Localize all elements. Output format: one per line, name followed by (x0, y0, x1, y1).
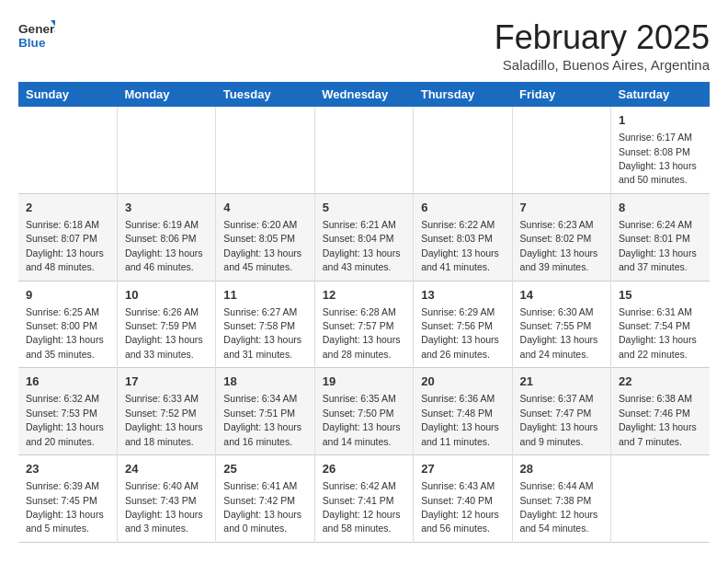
day-cell: 12Sunrise: 6:28 AM Sunset: 7:57 PM Dayli… (314, 281, 413, 368)
day-number: 22 (619, 373, 702, 390)
col-header-tuesday: Tuesday (216, 82, 314, 107)
day-number: 12 (323, 287, 405, 304)
day-info: Sunrise: 6:33 AM Sunset: 7:52 PM Dayligh… (125, 393, 203, 446)
day-number: 4 (223, 200, 306, 216)
day-cell: 10Sunrise: 6:26 AM Sunset: 7:59 PM Dayli… (117, 281, 215, 368)
day-cell: 15Sunrise: 6:31 AM Sunset: 7:54 PM Dayli… (611, 281, 710, 368)
day-cell: 23Sunrise: 6:39 AM Sunset: 7:45 PM Dayli… (18, 455, 117, 543)
day-cell (216, 107, 314, 193)
location-subtitle: Saladillo, Buenos Aires, Argentina (495, 57, 710, 73)
day-info: Sunrise: 6:23 AM Sunset: 8:02 PM Dayligh… (520, 219, 598, 272)
day-number: 26 (323, 461, 405, 477)
day-cell: 25Sunrise: 6:41 AM Sunset: 7:42 PM Dayli… (216, 455, 314, 543)
day-number: 25 (223, 461, 306, 477)
day-info: Sunrise: 6:43 AM Sunset: 7:40 PM Dayligh… (421, 480, 499, 534)
day-cell: 19Sunrise: 6:35 AM Sunset: 7:50 PM Dayli… (314, 368, 413, 455)
day-info: Sunrise: 6:32 AM Sunset: 7:53 PM Dayligh… (26, 393, 104, 446)
day-info: Sunrise: 6:39 AM Sunset: 7:45 PM Dayligh… (26, 480, 104, 534)
col-header-saturday: Saturday (611, 82, 710, 107)
col-header-thursday: Thursday (414, 82, 512, 107)
day-cell: 28Sunrise: 6:44 AM Sunset: 7:38 PM Dayli… (512, 455, 610, 543)
day-number: 16 (26, 373, 109, 390)
day-number: 24 (125, 461, 208, 477)
day-cell (611, 455, 710, 543)
day-number: 18 (223, 373, 306, 390)
day-cell: 22Sunrise: 6:38 AM Sunset: 7:46 PM Dayli… (611, 368, 710, 455)
day-info: Sunrise: 6:34 AM Sunset: 7:51 PM Dayligh… (223, 393, 301, 446)
day-number: 19 (323, 373, 405, 390)
day-info: Sunrise: 6:35 AM Sunset: 7:50 PM Dayligh… (323, 393, 401, 446)
day-number: 28 (520, 461, 603, 477)
week-row-4: 16Sunrise: 6:32 AM Sunset: 7:53 PM Dayli… (18, 368, 710, 455)
day-info: Sunrise: 6:29 AM Sunset: 7:56 PM Dayligh… (421, 306, 499, 360)
day-number: 1 (619, 112, 702, 129)
week-row-5: 23Sunrise: 6:39 AM Sunset: 7:45 PM Dayli… (18, 455, 710, 543)
day-cell: 7Sunrise: 6:23 AM Sunset: 8:02 PM Daylig… (512, 193, 610, 281)
day-cell: 24Sunrise: 6:40 AM Sunset: 7:43 PM Dayli… (117, 455, 215, 543)
day-number: 23 (26, 461, 109, 477)
week-row-1: 1Sunrise: 6:17 AM Sunset: 8:08 PM Daylig… (18, 107, 710, 193)
svg-text:Blue: Blue (18, 36, 46, 50)
day-info: Sunrise: 6:37 AM Sunset: 7:47 PM Dayligh… (520, 393, 598, 446)
day-number: 5 (323, 200, 405, 216)
day-number: 21 (520, 373, 603, 390)
logo: General Blue (18, 18, 55, 52)
day-info: Sunrise: 6:26 AM Sunset: 7:59 PM Dayligh… (125, 306, 203, 360)
day-cell: 1Sunrise: 6:17 AM Sunset: 8:08 PM Daylig… (611, 107, 710, 193)
day-number: 17 (125, 373, 208, 390)
day-info: Sunrise: 6:36 AM Sunset: 7:48 PM Dayligh… (421, 393, 499, 446)
day-info: Sunrise: 6:30 AM Sunset: 7:55 PM Dayligh… (520, 306, 598, 360)
month-title: February 2025 (495, 18, 710, 57)
day-info: Sunrise: 6:41 AM Sunset: 7:42 PM Dayligh… (223, 480, 301, 534)
day-number: 3 (125, 200, 208, 216)
day-number: 6 (421, 200, 504, 216)
svg-text:General: General (18, 22, 55, 36)
day-number: 7 (520, 200, 603, 216)
day-cell (18, 107, 117, 193)
day-info: Sunrise: 6:31 AM Sunset: 7:54 PM Dayligh… (619, 306, 697, 360)
day-number: 2 (26, 200, 109, 216)
col-header-sunday: Sunday (18, 82, 117, 107)
day-cell (117, 107, 215, 193)
day-cell: 20Sunrise: 6:36 AM Sunset: 7:48 PM Dayli… (414, 368, 512, 455)
day-info: Sunrise: 6:27 AM Sunset: 7:58 PM Dayligh… (223, 306, 301, 360)
title-block: February 2025 Saladillo, Buenos Aires, A… (495, 18, 710, 73)
day-cell: 21Sunrise: 6:37 AM Sunset: 7:47 PM Dayli… (512, 368, 610, 455)
day-cell: 14Sunrise: 6:30 AM Sunset: 7:55 PM Dayli… (512, 281, 610, 368)
day-cell: 4Sunrise: 6:20 AM Sunset: 8:05 PM Daylig… (216, 193, 314, 281)
week-row-3: 9Sunrise: 6:25 AM Sunset: 8:00 PM Daylig… (18, 281, 710, 368)
day-cell: 18Sunrise: 6:34 AM Sunset: 7:51 PM Dayli… (216, 368, 314, 455)
day-cell: 9Sunrise: 6:25 AM Sunset: 8:00 PM Daylig… (18, 281, 117, 368)
day-info: Sunrise: 6:38 AM Sunset: 7:46 PM Dayligh… (619, 393, 697, 446)
day-info: Sunrise: 6:40 AM Sunset: 7:43 PM Dayligh… (125, 480, 203, 534)
day-info: Sunrise: 6:25 AM Sunset: 8:00 PM Dayligh… (26, 306, 104, 360)
day-cell (512, 107, 610, 193)
calendar-table: SundayMondayTuesdayWednesdayThursdayFrid… (18, 82, 710, 543)
day-info: Sunrise: 6:22 AM Sunset: 8:03 PM Dayligh… (421, 219, 499, 272)
day-info: Sunrise: 6:44 AM Sunset: 7:38 PM Dayligh… (520, 480, 598, 534)
day-number: 27 (421, 461, 504, 477)
day-cell: 3Sunrise: 6:19 AM Sunset: 8:06 PM Daylig… (117, 193, 215, 281)
day-cell: 2Sunrise: 6:18 AM Sunset: 8:07 PM Daylig… (18, 193, 117, 281)
day-info: Sunrise: 6:24 AM Sunset: 8:01 PM Dayligh… (619, 219, 697, 272)
day-cell: 27Sunrise: 6:43 AM Sunset: 7:40 PM Dayli… (414, 455, 512, 543)
day-cell: 8Sunrise: 6:24 AM Sunset: 8:01 PM Daylig… (611, 193, 710, 281)
day-cell: 11Sunrise: 6:27 AM Sunset: 7:58 PM Dayli… (216, 281, 314, 368)
day-info: Sunrise: 6:21 AM Sunset: 8:04 PM Dayligh… (323, 219, 401, 272)
day-info: Sunrise: 6:20 AM Sunset: 8:05 PM Dayligh… (223, 219, 301, 272)
logo-icon: General Blue (18, 18, 55, 52)
week-row-2: 2Sunrise: 6:18 AM Sunset: 8:07 PM Daylig… (18, 193, 710, 281)
day-info: Sunrise: 6:19 AM Sunset: 8:06 PM Dayligh… (125, 219, 203, 272)
day-number: 20 (421, 373, 504, 390)
day-cell: 6Sunrise: 6:22 AM Sunset: 8:03 PM Daylig… (414, 193, 512, 281)
day-cell (414, 107, 512, 193)
col-header-friday: Friday (512, 82, 610, 107)
day-number: 10 (125, 287, 208, 304)
day-number: 11 (223, 287, 306, 304)
day-info: Sunrise: 6:28 AM Sunset: 7:57 PM Dayligh… (323, 306, 401, 360)
page-header: General Blue February 2025 Saladillo, Bu… (18, 18, 710, 73)
day-number: 9 (26, 287, 109, 304)
day-number: 14 (520, 287, 603, 304)
day-info: Sunrise: 6:17 AM Sunset: 8:08 PM Dayligh… (619, 132, 697, 185)
day-cell: 26Sunrise: 6:42 AM Sunset: 7:41 PM Dayli… (314, 455, 413, 543)
